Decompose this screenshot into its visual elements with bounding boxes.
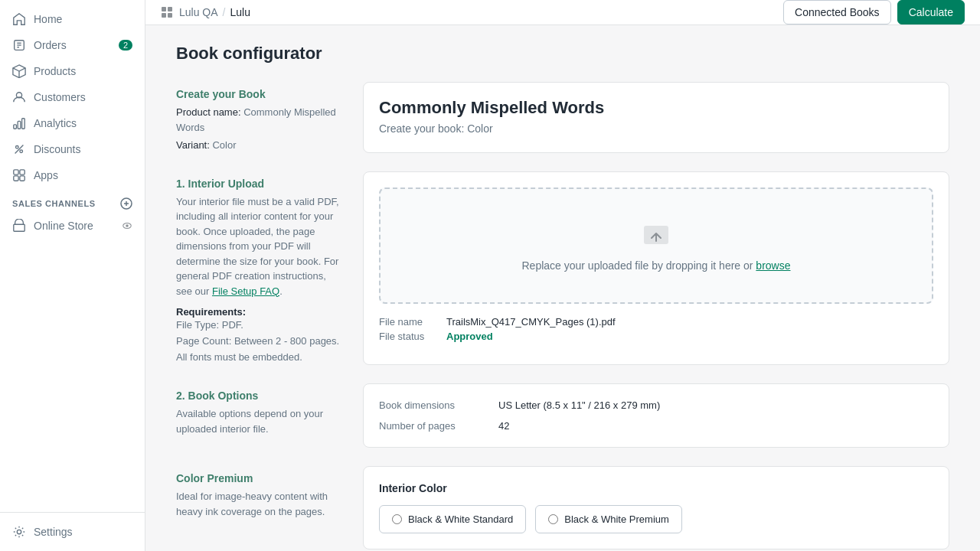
svg-line-5 [13, 68, 19, 71]
sales-channels-section: SALES CHANNELS [0, 188, 145, 213]
create-book-section: Create your Book Product name: Commonly … [176, 82, 949, 153]
sidebar-item-online-store[interactable]: Online Store [0, 213, 145, 239]
upload-dropzone[interactable]: Replace your uploaded file by dropping i… [379, 187, 933, 304]
book-options-desc: Available options depend on your uploade… [176, 406, 345, 436]
settings-icon [12, 525, 26, 539]
store-breadcrumb[interactable]: Lulu QA [179, 6, 218, 18]
bw-premium-radio[interactable] [548, 514, 558, 524]
color-options-desc: Ideal for image-heavy content with heavy… [176, 489, 345, 519]
create-book-variant: Variant: Color [176, 138, 345, 153]
bw-standard-radio[interactable] [392, 514, 402, 524]
interior-upload-desc: Your interior file must be a valid PDF, … [176, 194, 345, 299]
svg-rect-15 [20, 170, 24, 174]
color-options-title: Color Premium [176, 472, 345, 484]
svg-point-11 [16, 146, 19, 149]
file-status-value: Approved [446, 331, 493, 342]
calculate-button[interactable]: Calculate [897, 0, 965, 24]
bw-premium-option[interactable]: Black & White Premium [535, 505, 682, 533]
book-options-title: 2. Book Options [176, 390, 345, 402]
file-name-row: File name TrailsMix_Q417_CMYK_Pages (1).… [379, 316, 933, 328]
sidebar-item-orders[interactable]: Orders 2 [0, 32, 145, 58]
file-name-label: File name [379, 316, 440, 328]
pages-value: 42 [498, 420, 509, 432]
store-icon [12, 219, 26, 233]
variant-label: Variant: [176, 139, 212, 151]
sidebar-item-customers-label: Customers [34, 91, 86, 103]
orders-badge: 2 [119, 40, 132, 51]
sidebar-item-discounts[interactable]: Discounts [0, 136, 145, 162]
sidebar-item-analytics[interactable]: Analytics [0, 110, 145, 136]
svg-rect-28 [168, 13, 172, 18]
topbar: Lulu QA / Lulu Connected Books Calculate [145, 0, 980, 25]
add-channel-icon[interactable] [120, 197, 132, 210]
color-options-list: Black & White Standard Black & White Pre… [379, 505, 933, 533]
connected-books-button[interactable]: Connected Books [783, 0, 891, 24]
variant-value: Color [212, 139, 236, 151]
product-name-label: Product name: [176, 106, 243, 118]
create-book-card: Commonly Mispelled Words Create your boo… [363, 82, 949, 153]
book-options-label: 2. Book Options Available options depend… [176, 383, 345, 448]
sidebar-item-apps-label: Apps [34, 169, 58, 181]
page-title: Book configurator [176, 44, 949, 64]
sidebar-item-customers[interactable]: Customers [0, 84, 145, 110]
sidebar-item-discounts-label: Discounts [34, 143, 80, 155]
breadcrumb: Lulu QA / Lulu [179, 6, 250, 18]
interior-color-label: Interior Color [379, 482, 933, 494]
create-book-title: Create your Book [176, 88, 345, 100]
sidebar-item-home-label: Home [34, 13, 62, 25]
faq-link[interactable]: File Setup FAQ [212, 285, 279, 297]
req-fonts: All fonts must be embedded. [176, 350, 345, 366]
book-title: Commonly Mispelled Words [379, 98, 933, 118]
book-subtitle: Create your book: Color [379, 122, 933, 135]
discounts-icon [12, 142, 26, 156]
interior-upload-label: 1. Interior Upload Your interior file mu… [176, 171, 345, 366]
color-options-label: Color Premium Ideal for image-heavy cont… [176, 466, 345, 549]
apps-icon [12, 168, 26, 182]
orders-icon [12, 38, 26, 52]
interior-upload-title: 1. Interior Upload [176, 178, 345, 190]
svg-line-6 [19, 68, 25, 71]
dimensions-value: US Letter (8.5 x 11" / 216 x 279 mm) [498, 399, 660, 411]
interior-upload-card: Replace your uploaded file by dropping i… [363, 171, 949, 366]
sidebar-item-apps[interactable]: Apps [0, 162, 145, 188]
req-file-type: File Type: PDF. [176, 318, 345, 334]
products-icon [12, 64, 26, 78]
svg-point-24 [17, 530, 21, 533]
create-book-product: Product name: Commonly Mispelled Words [176, 105, 345, 135]
req-page-count: Page Count: Between 2 - 800 pages. [176, 334, 345, 350]
interior-upload-section: 1. Interior Upload Your interior file mu… [176, 171, 949, 366]
eye-icon[interactable] [122, 220, 132, 231]
svg-rect-8 [14, 125, 17, 129]
settings-label: Settings [34, 526, 73, 538]
book-options-section: 2. Book Options Available options depend… [176, 383, 949, 448]
color-options-section: Color Premium Ideal for image-heavy cont… [176, 466, 949, 549]
upload-browse-link[interactable]: browse [756, 259, 790, 272]
svg-rect-10 [22, 119, 25, 129]
requirements: Requirements: File Type: PDF. Page Count… [176, 306, 345, 365]
sidebar-item-home[interactable]: Home [0, 6, 145, 32]
file-status-row: File status Approved [379, 331, 933, 342]
upload-instructions: Replace your uploaded file by dropping i… [521, 259, 753, 272]
sidebar-item-settings[interactable]: Settings [0, 519, 145, 545]
page-content: Book configurator Create your Book Produ… [145, 25, 980, 551]
sidebar-item-products[interactable]: Products [0, 58, 145, 84]
sidebar: Home Orders 2 Products Customers [0, 0, 145, 551]
book-options-card: Book dimensions US Letter (8.5 x 11" / 2… [363, 383, 949, 448]
svg-rect-16 [14, 176, 18, 181]
svg-rect-9 [18, 121, 21, 129]
customers-icon [12, 90, 26, 104]
analytics-icon [12, 116, 26, 130]
svg-point-12 [20, 150, 23, 153]
bw-standard-option[interactable]: Black & White Standard [379, 505, 526, 533]
file-info: File name TrailsMix_Q417_CMYK_Pages (1).… [379, 316, 933, 342]
bw-standard-label: Black & White Standard [408, 514, 513, 525]
create-book-label: Create your Book Product name: Commonly … [176, 82, 345, 153]
app-grid-icon [161, 6, 173, 18]
dimensions-label: Book dimensions [379, 399, 486, 411]
svg-rect-21 [14, 224, 24, 231]
svg-rect-25 [162, 7, 166, 11]
book-options-details: Book dimensions US Letter (8.5 x 11" / 2… [379, 399, 933, 420]
sidebar-item-analytics-label: Analytics [34, 117, 77, 129]
breadcrumb-separator: / [223, 6, 226, 18]
svg-rect-26 [168, 7, 172, 11]
